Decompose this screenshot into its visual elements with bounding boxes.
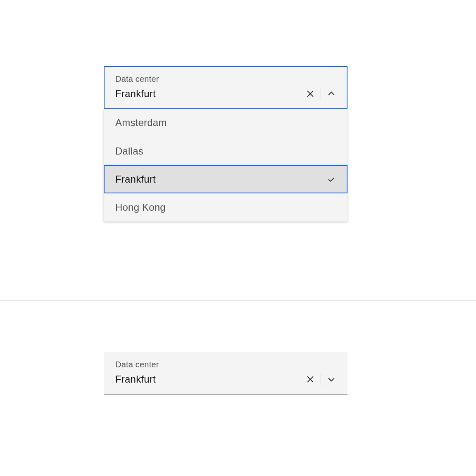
option-label: Hong Kong	[115, 202, 166, 213]
combobox-label: Data center	[115, 74, 336, 84]
combobox-selected-value: Frankfurt	[115, 374, 156, 385]
combobox-selected-value: Frankfurt	[115, 88, 156, 100]
option-label: Amsterdam	[115, 117, 167, 129]
option-label: Frankfurt	[115, 174, 156, 185]
chevron-down-icon[interactable]	[327, 375, 336, 384]
chevron-up-icon[interactable]	[327, 89, 336, 98]
combobox-field[interactable]: Data center Frankfurt	[104, 352, 347, 395]
combobox-label: Data center	[115, 360, 336, 369]
combobox-option-amsterdam[interactable]: Amsterdam	[104, 109, 347, 137]
combobox-option-dallas[interactable]: Dallas	[104, 137, 347, 165]
combobox-value-row: Frankfurt	[115, 374, 336, 385]
data-center-combobox-open: Data center Frankfurt	[104, 66, 347, 221]
option-label: Dallas	[115, 145, 143, 157]
close-icon[interactable]	[306, 89, 315, 98]
combobox-controls	[306, 374, 336, 385]
combobox-value-row: Frankfurt	[115, 88, 336, 100]
combobox-option-hong-kong[interactable]: Hong Kong	[104, 193, 347, 221]
data-center-combobox-closed: Data center Frankfurt	[104, 352, 347, 395]
controls-divider	[321, 88, 321, 99]
example-divider	[0, 300, 476, 301]
combobox-option-frankfurt[interactable]: Frankfurt	[104, 165, 347, 193]
combobox-menu: Amsterdam Dallas Frankfurt Hong Kong	[104, 109, 347, 221]
close-icon[interactable]	[306, 375, 315, 384]
combobox-field[interactable]: Data center Frankfurt	[104, 66, 347, 109]
controls-divider	[321, 374, 321, 385]
checkmark-icon	[327, 175, 336, 184]
combobox-controls	[306, 88, 336, 99]
